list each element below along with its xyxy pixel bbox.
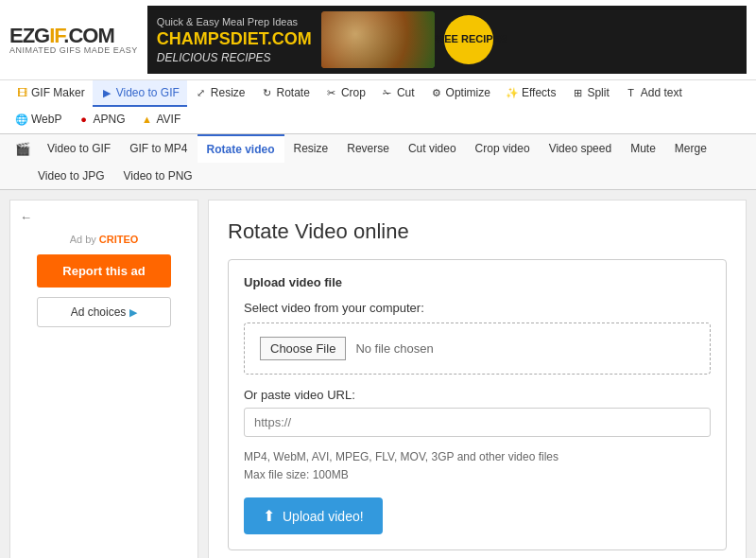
effects-icon: ✨ (506, 86, 519, 99)
choose-file-button[interactable]: Choose File (260, 337, 346, 360)
rotate-icon: ↻ (261, 86, 274, 99)
nav1-gif-maker[interactable]: 🎞 GIF Maker (8, 80, 93, 107)
nav-bar-1: 🎞 GIF Maker ▶ Video to GIF ⤢ Resize ↻ Ro… (0, 80, 756, 134)
nav1-rotate-label: Rotate (277, 86, 310, 99)
ad-tagline: DELICIOUS RECIPES (157, 51, 312, 64)
split-icon: ⊞ (571, 86, 584, 99)
nav1-optimize[interactable]: ⚙ Optimize (422, 80, 498, 107)
upload-box-title: Upload video file (244, 275, 711, 289)
nav2-video-icon: 🎬 (8, 135, 38, 163)
ad-choices-button[interactable]: Ad choices ▶ (37, 297, 171, 327)
upload-button[interactable]: ⬆ Upload video! (244, 497, 383, 534)
ad-by-label: Ad by CRITEO (70, 234, 139, 245)
webp-icon: 🌐 (15, 113, 28, 126)
no-file-text: No file chosen (355, 341, 433, 356)
resize-icon: ⤢ (195, 86, 208, 99)
report-ad-button[interactable]: Report this ad (37, 254, 171, 288)
nav2-reverse[interactable]: Reverse (337, 135, 399, 162)
nav2-resize[interactable]: Resize (284, 135, 338, 162)
page-title: Rotate Video online (228, 219, 727, 244)
avif-icon: ▲ (140, 113, 153, 126)
nav1-add-text[interactable]: T Add text (617, 80, 690, 107)
nav2-video-to-jpg[interactable]: Video to JPG (28, 163, 114, 189)
nav1-cut-label: Cut (397, 86, 415, 99)
nav1-apng-label: APNG (93, 113, 125, 126)
nav2-gif-to-mp4[interactable]: GIF to MP4 (120, 135, 197, 162)
file-select-label: Select video from your computer: (244, 301, 711, 315)
url-input[interactable] (244, 408, 711, 437)
back-arrow[interactable]: ← (20, 210, 32, 224)
criteo-label: CRITEO (99, 234, 139, 245)
nav2-cut-video[interactable]: Cut video (399, 135, 466, 162)
nav1-gif-maker-label: GIF Maker (31, 86, 85, 99)
nav1-add-text-label: Add text (641, 86, 682, 99)
ad-small-text: Quick & Easy Meal Prep Ideas (157, 16, 312, 27)
upload-box: Upload video file Select video from your… (228, 259, 727, 550)
nav1-webp-label: WebP (31, 113, 61, 126)
ad-text: Quick & Easy Meal Prep Ideas CHAMPSDIET.… (157, 16, 312, 64)
nav1-split[interactable]: ⊞ Split (563, 80, 616, 107)
logo-subtitle: ANIMATED GIFS MADE EASY (9, 46, 138, 55)
nav2-video-to-png[interactable]: Video to PNG (114, 163, 202, 189)
main-content: ← Ad by CRITEO Report this ad Ad choices… (0, 190, 756, 558)
logo-text: EZGIF.COM (9, 26, 138, 46)
url-label: Or paste video URL: (244, 388, 711, 402)
nav-bar-2: 🎬 Video to GIF GIF to MP4 Rotate video R… (0, 134, 756, 190)
file-select-area: Choose File No file chosen (244, 323, 711, 375)
ad-choices-label: Ad choices (71, 305, 127, 319)
add-text-icon: T (625, 86, 638, 99)
upload-icon: ⬆ (263, 507, 275, 525)
header: EZGIF.COM ANIMATED GIFS MADE EASY Quick … (0, 0, 756, 80)
nav1-webp[interactable]: 🌐 WebP (8, 107, 69, 133)
nav1-apng[interactable]: ● APNG (69, 107, 132, 133)
ad-banner: Quick & Easy Meal Prep Ideas CHAMPSDIET.… (147, 6, 747, 74)
crop-icon: ✂ (325, 86, 338, 99)
content-area: Rotate Video online Upload video file Se… (208, 200, 747, 558)
nav1-video-to-gif-label: Video to GIF (116, 86, 180, 99)
nav1-effects-label: Effects (522, 86, 556, 99)
nav2-rotate-video[interactable]: Rotate video (198, 134, 284, 163)
ad-badge: FREE RECIPES (444, 15, 493, 64)
cut-icon: ✁ (381, 86, 394, 99)
nav1-cut[interactable]: ✁ Cut (373, 80, 422, 107)
info-text: MP4, WebM, AVI, MPEG, FLV, MOV, 3GP and … (244, 448, 711, 484)
ad-brand-text: CHAMPSDIET.COM (157, 29, 312, 49)
optimize-icon: ⚙ (430, 86, 443, 99)
nav1-optimize-label: Optimize (446, 86, 490, 99)
nav1-rotate[interactable]: ↻ Rotate (253, 80, 318, 107)
nav1-resize[interactable]: ⤢ Resize (187, 80, 253, 107)
nav1-crop[interactable]: ✂ Crop (318, 80, 373, 107)
nav1-avif-label: AVIF (156, 113, 180, 126)
nav1-effects[interactable]: ✨ Effects (498, 80, 563, 107)
nav2-merge[interactable]: Merge (665, 135, 716, 162)
nav1-split-label: Split (587, 86, 609, 99)
upload-btn-label: Upload video! (283, 509, 364, 524)
ad-food-image (321, 11, 435, 68)
ad-choices-icon: ▶ (129, 306, 137, 319)
nav2-mute[interactable]: Mute (621, 135, 665, 162)
video-to-gif-icon: ▶ (100, 86, 113, 99)
nav1-avif[interactable]: ▲ AVIF (132, 107, 188, 133)
nav1-video-to-gif[interactable]: ▶ Video to GIF (93, 80, 187, 107)
nav1-resize-label: Resize (211, 86, 246, 99)
logo: EZGIF.COM ANIMATED GIFS MADE EASY (9, 26, 138, 55)
gif-maker-icon: 🎞 (15, 86, 28, 99)
apng-icon: ● (77, 113, 90, 126)
sidebar: ← Ad by CRITEO Report this ad Ad choices… (9, 200, 198, 558)
nav2-video-to-gif[interactable]: Video to GIF (38, 135, 120, 162)
nav2-crop-video[interactable]: Crop video (466, 135, 540, 162)
nav2-video-speed[interactable]: Video speed (540, 135, 622, 162)
nav1-crop-label: Crop (341, 86, 366, 99)
